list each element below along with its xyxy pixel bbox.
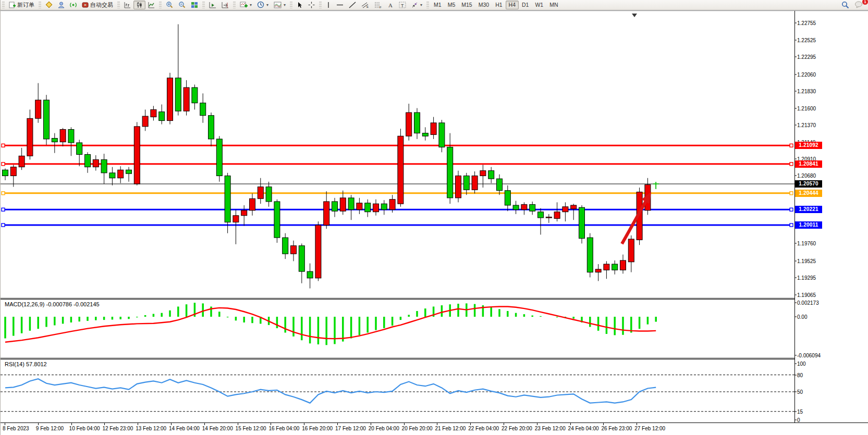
- toolbar-grip: [117, 2, 120, 8]
- new-order-label: 新订单: [17, 1, 34, 9]
- date-tick: [38, 423, 39, 425]
- search-button[interactable]: [839, 1, 852, 9]
- chevron-down-icon: ▾: [266, 3, 268, 7]
- date-label: 12 Feb 23:00: [102, 426, 133, 431]
- templates-button[interactable]: ▾: [271, 1, 288, 9]
- signals-button[interactable]: [67, 1, 79, 9]
- date-label: 14 Feb 20:00: [202, 426, 233, 431]
- channel-tool-button[interactable]: E: [359, 1, 372, 9]
- fibonacci-tool-button[interactable]: F: [372, 1, 385, 9]
- price-tick-label: 1.22295: [797, 54, 816, 60]
- label-tool-button[interactable]: T: [396, 1, 409, 9]
- crosshair-tool-button[interactable]: [305, 1, 317, 9]
- date-label: 20 Feb 20:00: [402, 426, 433, 431]
- arrows-tool-button[interactable]: ▾: [409, 1, 425, 9]
- macd-plot: [1, 300, 794, 358]
- templates-icon: [274, 2, 282, 8]
- axis-tick: [794, 392, 797, 392]
- date-tick: [5, 423, 5, 425]
- price-panel[interactable]: [1, 12, 794, 298]
- date-tick: [637, 423, 637, 425]
- rsi-plot: [1, 359, 794, 422]
- date-tick: [371, 423, 371, 425]
- axis-tick: [794, 57, 797, 57]
- community-button[interactable]: [55, 1, 67, 9]
- price-tick-label: 1.22755: [797, 20, 816, 26]
- tile-windows-button[interactable]: [188, 1, 201, 9]
- timeframe-button-D1[interactable]: D1: [519, 1, 532, 9]
- axis-tick: [794, 375, 797, 375]
- price-flag-1.20570: 1.20570: [795, 180, 822, 188]
- date-label: 16 Feb 04:00: [268, 426, 299, 431]
- timeframe-button-M15[interactable]: M15: [458, 1, 475, 9]
- date-tick: [537, 423, 537, 425]
- time-axis[interactable]: 8 Feb 20239 Feb 12:0010 Feb 04:0012 Feb …: [1, 422, 868, 435]
- rsi-tick-label: 0: [797, 417, 800, 423]
- auto-scroll-icon: [209, 2, 216, 8]
- bar-chart-icon: [124, 2, 131, 8]
- chart-window[interactable]: ▼ GBPUSD-,H4 1.20570 1.20596 1.20501 1.2…: [1, 10, 868, 435]
- macd-panel[interactable]: MACD(12,26,9) -0.000786 -0.002145: [1, 300, 794, 358]
- axis-tick: [794, 278, 797, 278]
- toolbar-grip: [426, 2, 429, 8]
- price-tick-label: 1.22525: [797, 37, 816, 43]
- timeframe-button-W1[interactable]: W1: [532, 1, 546, 9]
- candle-chart-button[interactable]: [133, 1, 145, 9]
- date-tick: [603, 423, 604, 425]
- date-tick: [204, 423, 205, 425]
- timeframe-button-MN[interactable]: MN: [546, 1, 561, 9]
- axis-tick: [794, 40, 797, 40]
- timeframe-button-M1[interactable]: M1: [431, 1, 445, 9]
- chart-shift-marker[interactable]: [632, 14, 637, 17]
- horizontal-line-icon: [336, 2, 344, 8]
- line-chart-button[interactable]: [145, 1, 157, 9]
- axis-tick: [794, 125, 797, 126]
- price-tick-label: 1.19295: [797, 275, 816, 281]
- market-button[interactable]: [43, 1, 55, 9]
- autotrade-button[interactable]: 自动交易: [79, 1, 116, 9]
- date-label: 14 Feb 04:00: [169, 426, 200, 431]
- axis-tick: [794, 364, 797, 364]
- date-tick: [238, 423, 238, 425]
- add-indicator-button[interactable]: ▾: [237, 1, 254, 9]
- timeframe-button-H4[interactable]: H4: [506, 1, 519, 9]
- trendline-tool-button[interactable]: [346, 1, 359, 9]
- vline-tool-button[interactable]: [323, 1, 334, 9]
- zoom-in-button[interactable]: [163, 1, 176, 9]
- axis-tick: [794, 294, 797, 295]
- date-tick: [138, 423, 138, 425]
- timeframe-button-M5[interactable]: M5: [445, 1, 459, 9]
- text-tool-button[interactable]: A: [385, 1, 396, 9]
- auto-scroll-button[interactable]: [206, 1, 219, 9]
- chevron-down-icon: ▾: [284, 3, 286, 7]
- price-tick-label: 1.21830: [797, 89, 816, 94]
- date-tick: [71, 423, 72, 425]
- new-order-button[interactable]: 新订单: [6, 1, 37, 9]
- axis-tick: [794, 411, 797, 412]
- toolbar-grip: [202, 2, 205, 8]
- macd-label: MACD(12,26,9) -0.000786 -0.002145: [5, 301, 100, 307]
- periods-button[interactable]: ▾: [254, 1, 271, 9]
- chart-shift-button[interactable]: [219, 1, 231, 9]
- hline-tool-button[interactable]: [334, 1, 346, 9]
- bar-chart-button[interactable]: [121, 1, 133, 9]
- axis-tick: [794, 176, 797, 176]
- svg-text:T: T: [401, 3, 404, 8]
- axis-tick: [794, 303, 797, 303]
- timeframe-button-M30[interactable]: M30: [475, 1, 492, 9]
- timeframe-button-H1[interactable]: H1: [492, 1, 505, 9]
- timeframe-group: M1M5M15M30H1H4D1W1MN: [431, 1, 561, 9]
- date-label: 9 Feb 12:00: [36, 426, 64, 431]
- cursor-tool-button[interactable]: [294, 1, 305, 9]
- chat-button[interactable]: 1: [852, 1, 865, 9]
- rsi-label: RSI(14) 57.8012: [5, 361, 47, 367]
- price-flag-1.20444: 1.20444: [795, 190, 822, 197]
- date-label: 22 Feb 20:00: [502, 426, 532, 431]
- date-tick: [404, 423, 405, 425]
- zoom-out-icon: [178, 1, 186, 8]
- price-tick-label: 1.21600: [797, 105, 816, 111]
- toolbar: 新订单 自动交易: [1, 0, 868, 10]
- rsi-panel[interactable]: RSI(14) 57.8012: [1, 359, 794, 422]
- price-flag-1.20011: 1.20011: [795, 221, 822, 229]
- zoom-out-button[interactable]: [176, 1, 188, 9]
